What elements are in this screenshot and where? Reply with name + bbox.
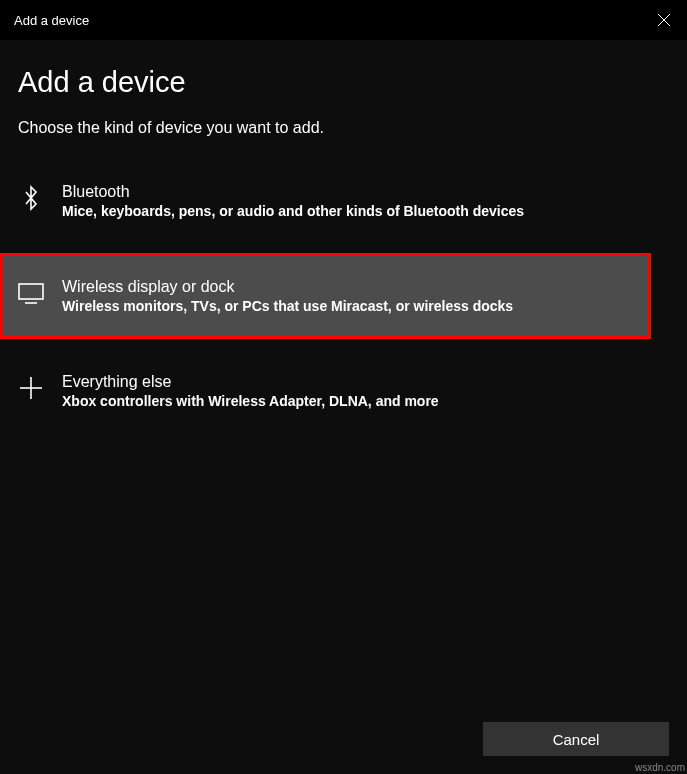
option-everything-else[interactable]: Everything else Xbox controllers with Wi… xyxy=(18,361,669,421)
option-description: Xbox controllers with Wireless Adapter, … xyxy=(62,393,439,409)
option-text: Wireless display or dock Wireless monito… xyxy=(62,278,513,314)
svg-rect-2 xyxy=(19,284,43,299)
option-wireless-display[interactable]: Wireless display or dock Wireless monito… xyxy=(0,253,651,339)
option-description: Wireless monitors, TVs, or PCs that use … xyxy=(62,298,513,314)
option-bluetooth[interactable]: Bluetooth Mice, keyboards, pens, or audi… xyxy=(18,171,669,231)
page-heading: Add a device xyxy=(18,66,669,99)
cancel-button[interactable]: Cancel xyxy=(483,722,669,756)
page-subheading: Choose the kind of device you want to ad… xyxy=(18,119,669,137)
plus-icon xyxy=(18,375,44,401)
option-text: Everything else Xbox controllers with Wi… xyxy=(62,373,439,409)
titlebar: Add a device xyxy=(0,0,687,40)
device-options-list: Bluetooth Mice, keyboards, pens, or audi… xyxy=(18,171,669,421)
footer: Cancel xyxy=(483,722,669,756)
content-area: Add a device Choose the kind of device y… xyxy=(0,40,687,421)
close-icon xyxy=(658,14,670,26)
titlebar-title: Add a device xyxy=(14,13,89,28)
bluetooth-icon xyxy=(18,185,44,211)
option-title: Everything else xyxy=(62,373,439,391)
display-icon xyxy=(18,280,44,306)
option-title: Bluetooth xyxy=(62,183,524,201)
watermark: wsxdn.com xyxy=(635,762,685,773)
close-button[interactable] xyxy=(641,0,687,40)
option-title: Wireless display or dock xyxy=(62,278,513,296)
option-description: Mice, keyboards, pens, or audio and othe… xyxy=(62,203,524,219)
option-text: Bluetooth Mice, keyboards, pens, or audi… xyxy=(62,183,524,219)
